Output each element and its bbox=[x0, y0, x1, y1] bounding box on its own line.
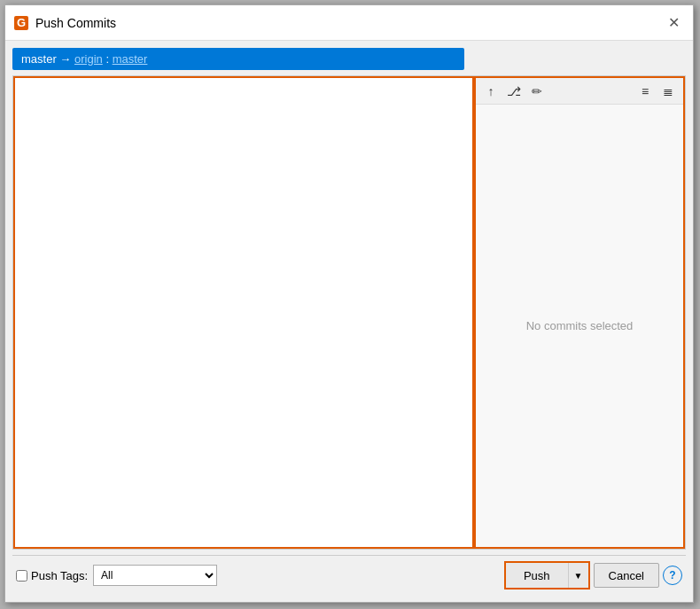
sort-tool-button[interactable]: ≡ bbox=[635, 82, 655, 101]
branch-tool-button[interactable]: ⎇ bbox=[504, 82, 524, 101]
branch-arrow: → bbox=[59, 52, 71, 66]
push-commits-dialog: G Push Commits ✕ master → origin : maste… bbox=[4, 4, 694, 603]
push-tags-checkbox-label[interactable]: Push Tags: bbox=[16, 569, 88, 582]
push-tags-checkbox[interactable] bbox=[16, 570, 27, 582]
app-icon: G bbox=[14, 16, 28, 30]
dialog-overlay: G Push Commits ✕ master → origin : maste… bbox=[0, 0, 700, 609]
dialog-title: Push Commits bbox=[35, 16, 116, 30]
title-bar-left: G Push Commits bbox=[14, 16, 116, 30]
main-split-area: ↑ ⎇ ✏ ≡ ≣ No commits selected bbox=[12, 75, 686, 550]
branch-source: master bbox=[21, 52, 57, 66]
close-button[interactable]: ✕ bbox=[663, 12, 684, 34]
commits-list-panel bbox=[13, 76, 474, 549]
push-button-group: Push ▼ bbox=[504, 561, 590, 589]
push-tags-select[interactable]: All bbox=[93, 565, 217, 586]
branch-target[interactable]: master bbox=[113, 52, 148, 66]
action-buttons: Push ▼ Cancel ? bbox=[504, 561, 682, 589]
branch-selector[interactable]: master → origin : master bbox=[12, 48, 464, 70]
toolbar-left: ↑ ⎇ ✏ bbox=[481, 82, 547, 101]
push-tool-button[interactable]: ↑ bbox=[481, 82, 501, 101]
no-commits-area: No commits selected bbox=[476, 105, 683, 547]
help-button[interactable]: ? bbox=[663, 566, 682, 585]
branch-remote[interactable]: origin bbox=[74, 52, 103, 66]
branch-colon: : bbox=[105, 52, 109, 66]
title-bar: G Push Commits ✕ bbox=[5, 5, 693, 41]
filter-tool-button[interactable]: ≣ bbox=[658, 82, 678, 101]
cancel-button[interactable]: Cancel bbox=[594, 563, 659, 588]
toolbar-right: ≡ ≣ bbox=[635, 82, 678, 101]
bottom-bar: Push Tags: All Push ▼ Cancel ? bbox=[12, 555, 686, 595]
push-tags-label: Push Tags: bbox=[31, 569, 88, 582]
push-dropdown-button[interactable]: ▼ bbox=[569, 563, 588, 588]
no-commits-label: No commits selected bbox=[526, 319, 634, 332]
edit-tool-button[interactable]: ✏ bbox=[527, 82, 547, 101]
push-tags-area: Push Tags: All bbox=[16, 565, 217, 586]
commit-details-panel: ↑ ⎇ ✏ ≡ ≣ No commits selected bbox=[474, 76, 685, 549]
push-button[interactable]: Push bbox=[506, 563, 569, 588]
right-toolbar: ↑ ⎇ ✏ ≡ ≣ bbox=[476, 78, 683, 105]
dialog-body: master → origin : master ↑ ⎇ bbox=[5, 41, 693, 602]
